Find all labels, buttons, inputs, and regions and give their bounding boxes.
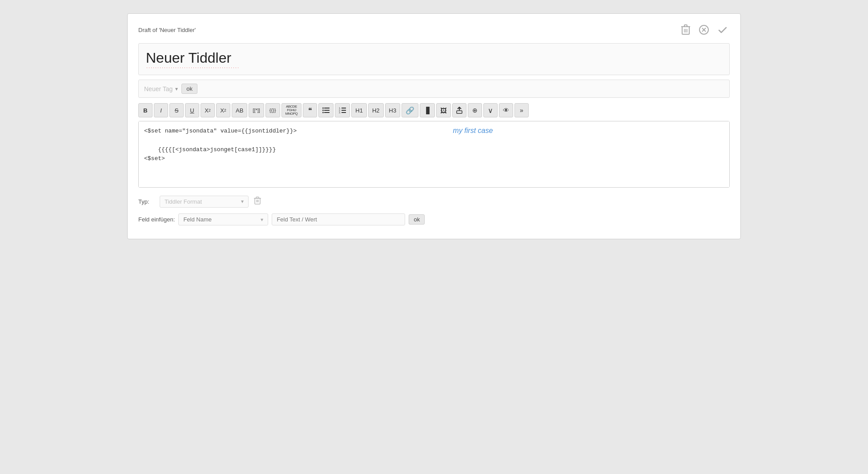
toolbar-h3-button[interactable]: H3 [385, 103, 401, 117]
editor-area: <$set name="jsondata" value={{jsontiddle… [138, 121, 730, 188]
toolbar-eye-button[interactable]: 👁 [499, 103, 513, 117]
typ-delete-button[interactable] [252, 195, 263, 208]
tag-bar: Neuer Tag ▾ ok [138, 80, 730, 98]
typ-select[interactable]: Tiddler Format ▾ [160, 196, 249, 208]
tag-ok-button[interactable]: ok [181, 84, 197, 94]
source-editor[interactable]: <$set name="jsondata" value={{jsontiddle… [139, 121, 446, 187]
draft-container: Draft of 'Neuer Tiddler' [127, 13, 741, 239]
insert-label: Feld einfügen: [138, 216, 175, 223]
insert-ok-button[interactable]: ok [409, 214, 425, 225]
toolbar-uppercase-button[interactable]: AB [232, 103, 247, 117]
page-wrapper: Draft of 'Neuer Tiddler' [0, 0, 868, 474]
trash-icon [681, 24, 691, 35]
toolbar-list-ul-button[interactable] [318, 103, 334, 117]
toolbar-upload-button[interactable] [452, 103, 466, 117]
toolbar-macro2-button[interactable]: {{}} [265, 103, 280, 117]
toolbar-waveform-button[interactable]: ▐▌ [420, 103, 435, 117]
typ-placeholder: Tiddler Format [165, 198, 238, 205]
insert-name-wrap: ▾ [178, 213, 268, 225]
typ-label: Typ: [138, 198, 156, 205]
field-value-input[interactable] [272, 213, 405, 225]
svg-point-13 [322, 110, 324, 111]
typ-trash-icon [254, 197, 261, 205]
insert-row: Feld einfügen: ▾ ok [138, 213, 730, 225]
cancel-icon [699, 24, 709, 35]
preview-pane: my first case [446, 121, 729, 187]
toolbar-quote-button[interactable]: ❝ [303, 103, 317, 117]
check-icon [717, 24, 728, 35]
toolbar-chevron-down-button[interactable]: ∨ [483, 103, 498, 117]
toolbar-link-button[interactable]: 🔗 [402, 103, 418, 117]
toolbar-underline-button[interactable]: U [185, 103, 199, 117]
title-input[interactable] [146, 50, 722, 66]
field-name-chevron-icon: ▾ [261, 217, 263, 223]
abc-label: ABCDEFGHIJMNOPQ [285, 105, 298, 116]
tag-chevron-icon: ▾ [175, 86, 178, 92]
list-ol-icon: 1. 2. 3. [339, 107, 346, 113]
toolbar-italic-button[interactable]: I [154, 103, 168, 117]
toolbar-macro1-button[interactable]: [[*]] [249, 103, 264, 117]
toolbar-superscript-button[interactable]: X2 [201, 103, 215, 117]
top-bar: Draft of 'Neuer Tiddler' [138, 23, 730, 37]
svg-point-12 [322, 108, 324, 109]
toolbar: B I S U X2 X2 AB [[*]] {{}} ABCDEFGHIJMN… [138, 103, 730, 117]
toolbar-list-ol-button[interactable]: 1. 2. 3. [335, 103, 350, 117]
svg-rect-2 [684, 25, 687, 27]
svg-rect-24 [256, 197, 259, 198]
toolbar-image-button[interactable]: 🖼 [436, 103, 451, 117]
tag-dropdown[interactable]: Neuer Tag ▾ [144, 85, 178, 92]
toolbar-bold-button[interactable]: B [138, 103, 153, 117]
toolbar-abc-button[interactable]: ABCDEFGHIJMNOPQ [281, 103, 302, 117]
svg-text:3.: 3. [339, 111, 341, 113]
toolbar-h2-button[interactable]: H2 [368, 103, 384, 117]
svg-rect-21 [457, 111, 462, 113]
toolbar-h1-button[interactable]: H1 [351, 103, 367, 117]
title-area [138, 43, 730, 75]
toolbar-divider-button[interactable]: ⊕ [468, 103, 482, 117]
draft-label: Draft of 'Neuer Tiddler' [138, 27, 196, 33]
typ-chevron-icon: ▾ [241, 198, 244, 205]
preview-text: my first case [453, 127, 493, 134]
delete-button[interactable] [679, 23, 692, 37]
tag-placeholder: Neuer Tag [144, 85, 173, 92]
svg-point-14 [322, 112, 324, 113]
toolbar-more-button[interactable]: » [514, 103, 529, 117]
toolbar-strikethrough-button[interactable]: S [169, 103, 184, 117]
confirm-button[interactable] [715, 23, 730, 37]
cancel-button[interactable] [697, 23, 711, 37]
list-ul-icon [322, 107, 330, 113]
upload-icon [456, 107, 462, 114]
toolbar-subscript-button[interactable]: X2 [216, 103, 230, 117]
field-name-input[interactable] [183, 216, 258, 223]
top-actions [679, 23, 730, 37]
typ-row: Typ: Tiddler Format ▾ [138, 195, 730, 208]
spell-underline [146, 67, 239, 68]
